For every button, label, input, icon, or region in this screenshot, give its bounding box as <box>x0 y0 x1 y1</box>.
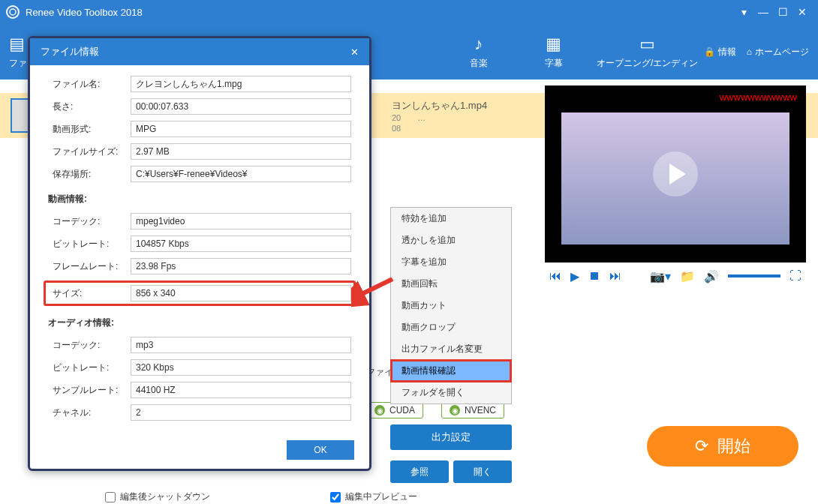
prev-icon[interactable]: ⏮ <box>549 269 561 283</box>
value-bitrate: 104857 Kbps <box>131 236 351 252</box>
play-icon[interactable]: ▶ <box>570 269 579 284</box>
tool-subtitle[interactable]: ▦字幕 <box>516 34 591 70</box>
value-vcodec: mpeg1video <box>131 213 351 230</box>
file-line3: 08 <box>392 124 487 133</box>
subtitle-icon: ▦ <box>516 34 591 54</box>
play-overlay-icon[interactable] <box>653 152 698 196</box>
file-line2: 20 … <box>392 112 487 124</box>
snapshot-icon[interactable]: 📷▾ <box>650 269 671 284</box>
value-filename: クレヨンしんちゃん1.mpg <box>131 76 351 92</box>
label-acodec: コーデック: <box>48 339 131 352</box>
context-item-5[interactable]: 動画クロップ <box>391 316 511 338</box>
checks-row: 編集後シャットダウン 編集中プレビュー <box>105 490 417 503</box>
context-item-8[interactable]: フォルダを開く <box>391 382 511 404</box>
context-item-0[interactable]: 特効を追加 <box>391 208 511 230</box>
context-menu: 特効を追加透かしを追加字幕を追加動画回転動画カット動画クロップ出力ファイル名変更… <box>390 207 512 404</box>
info-link[interactable]: 🔒情報 <box>704 46 736 58</box>
preview-screen[interactable]: wwwwwwwwwww <box>545 86 806 262</box>
homepage-link[interactable]: ⌂ホームページ <box>747 46 809 58</box>
value-framerate: 23.98 Fps <box>131 258 351 274</box>
output-settings-button[interactable]: 出力設定 <box>390 424 512 450</box>
preview-panel: wwwwwwwwwww ⏮ ▶ ⏹ ⏭ 📷▾ 📁 🔊 ⛶ <box>545 86 806 290</box>
section-video: 動画情報: <box>48 193 351 206</box>
dialog-header: ファイル情報 ✕ <box>30 38 369 65</box>
label-filesize: ファイルサイズ: <box>48 146 131 158</box>
app-logo-icon <box>6 5 20 19</box>
label-size: サイズ: <box>48 287 131 300</box>
start-button[interactable]: ⟳開始 <box>647 426 798 466</box>
value-format: MPG <box>131 121 351 137</box>
next-icon[interactable]: ⏭ <box>609 269 621 283</box>
context-item-4[interactable]: 動画カット <box>391 295 511 316</box>
context-item-6[interactable]: 出力ファイル名変更 <box>391 338 511 360</box>
minimize-button[interactable]: ― <box>753 6 773 18</box>
preview-check-input[interactable] <box>330 492 341 502</box>
context-item-2[interactable]: 字幕を追加 <box>391 251 511 273</box>
opening-icon: ▭ <box>591 34 704 54</box>
lock-icon: 🔒 <box>704 46 715 57</box>
folder-icon[interactable]: 📁 <box>680 269 695 284</box>
fullscreen-icon[interactable]: ⛶ <box>789 269 801 283</box>
value-channel: 2 <box>131 404 351 421</box>
label-length: 長さ: <box>48 100 131 113</box>
context-item-3[interactable]: 動画回転 <box>391 273 511 295</box>
dialog-title: ファイル情報 <box>41 45 99 58</box>
maximize-button[interactable]: ☐ <box>773 6 792 18</box>
value-size: 856 x 340 <box>131 285 351 302</box>
cuda-badge[interactable]: ◉CUDA <box>366 402 423 418</box>
preview-checkbox[interactable]: 編集中プレビュー <box>330 490 417 503</box>
value-length: 00:00:07.633 <box>131 98 351 115</box>
label-samplerate: サンプルレート: <box>48 384 131 397</box>
music-icon: ♪ <box>441 34 516 54</box>
close-button[interactable]: ✕ <box>792 6 812 18</box>
section-audio: オーディオ情報: <box>48 316 351 329</box>
ok-button[interactable]: OK <box>287 440 354 460</box>
label-framerate: フレームレート: <box>48 260 131 273</box>
value-path: C:¥Users¥F-renee¥Videos¥ <box>131 166 351 182</box>
volume-icon[interactable]: 🔊 <box>704 269 719 284</box>
volume-slider[interactable] <box>728 274 780 278</box>
file-name: ヨンしんちゃん1.mp4 <box>392 99 487 112</box>
browse-button[interactable]: 参照 <box>390 460 449 483</box>
label-abitrate: ビットレート: <box>48 362 131 374</box>
label-path: 保存場所: <box>48 168 131 181</box>
context-item-7[interactable]: 動画情報確認 <box>391 360 511 382</box>
value-filesize: 2.97 MB <box>131 143 351 160</box>
dropdown-icon[interactable]: ▾ <box>734 6 753 18</box>
nvenc-badge[interactable]: ◉NVENC <box>441 402 504 418</box>
value-acodec: mp3 <box>131 337 351 353</box>
svg-line-1 <box>356 279 392 297</box>
value-abitrate: 320 Kbps <box>131 359 351 376</box>
arrow-icon <box>351 278 396 308</box>
label-channel: チャネル: <box>48 406 131 419</box>
titlebar: Renee Video Toolbox 2018 ▾ ― ☐ ✕ <box>0 0 818 24</box>
tool-opening[interactable]: ▭オープニング/エンディン <box>591 34 704 70</box>
context-item-1[interactable]: 透かしを追加 <box>391 230 511 251</box>
shutdown-checkbox[interactable]: 編集後シャットダウン <box>105 490 210 503</box>
nvidia-icon: ◉ <box>450 405 460 416</box>
nvidia-icon: ◉ <box>374 405 385 416</box>
home-icon: ⌂ <box>747 46 752 57</box>
watermark-text: wwwwwwwwwww <box>720 92 797 103</box>
label-filename: ファイル名: <box>48 78 131 91</box>
file-info-dialog: ファイル情報 ✕ ファイル名:クレヨンしんちゃん1.mpg 長さ:00:00:0… <box>28 36 371 471</box>
value-samplerate: 44100 HZ <box>131 382 351 398</box>
tool-music[interactable]: ♪音楽 <box>441 34 516 70</box>
open-button[interactable]: 開く <box>453 460 512 483</box>
dialog-close-icon[interactable]: ✕ <box>350 46 359 58</box>
label-format: 動画形式: <box>48 123 131 136</box>
app-title: Renee Video Toolbox 2018 <box>26 7 143 18</box>
svg-point-0 <box>10 9 16 15</box>
label-vcodec: コーデック: <box>48 215 131 228</box>
shutdown-check-input[interactable] <box>105 492 116 502</box>
stop-icon[interactable]: ⏹ <box>588 269 600 283</box>
refresh-icon: ⟳ <box>695 436 708 456</box>
label-bitrate: ビットレート: <box>48 238 131 250</box>
preview-controls: ⏮ ▶ ⏹ ⏭ 📷▾ 📁 🔊 ⛶ <box>545 262 806 290</box>
